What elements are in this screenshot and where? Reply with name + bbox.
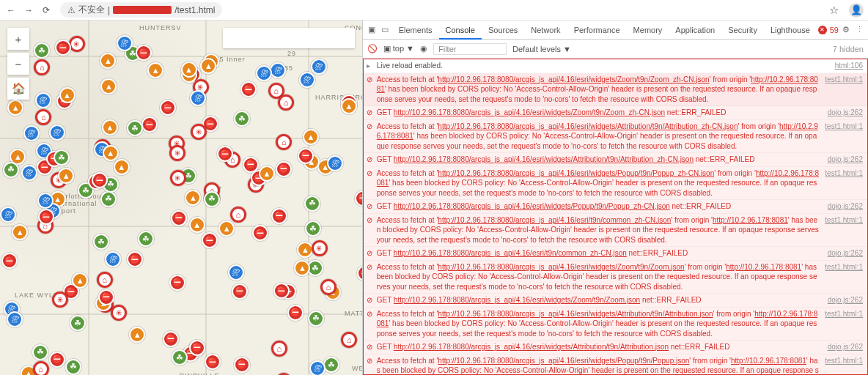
context-selector[interactable]: ▣ top ▼ (383, 44, 414, 53)
map-marker[interactable]: ☘ (308, 311, 324, 327)
tab-elements[interactable]: Elements (392, 22, 439, 38)
reload-button[interactable]: ⟳ (40, 4, 53, 17)
map-marker[interactable]: ⛔ (163, 331, 179, 347)
map-marker[interactable]: ⛯ (170, 170, 186, 186)
map-marker[interactable]: ⛔ (276, 161, 292, 177)
map-marker[interactable]: ☘ (138, 231, 154, 247)
map-marker[interactable]: ⛈ (270, 62, 286, 78)
log-source-link[interactable]: dojo.js:262 (828, 201, 863, 212)
log-source-link[interactable]: dojo.js:262 (828, 108, 863, 118)
map-marker[interactable]: ⛔ (189, 340, 205, 356)
map-marker[interactable]: ▲ (189, 217, 205, 233)
map-marker[interactable]: ⛔ (234, 357, 250, 373)
log-levels-selector[interactable]: Default levels ▼ (512, 45, 571, 53)
map-marker[interactable]: ▲ (7, 100, 23, 116)
error-count-badge[interactable]: ✕59 (818, 26, 839, 34)
console-log-entry[interactable]: Access to fetch at 'http://10.2.96.178:8… (364, 214, 867, 248)
inspect-icon[interactable]: ▣ (366, 24, 378, 36)
log-source-link[interactable]: test1.html:1 (825, 262, 863, 292)
clear-console-icon[interactable]: 🚫 (367, 44, 378, 53)
map-marker[interactable]: ▲ (303, 129, 319, 145)
map-marker[interactable]: ⛔ (287, 305, 304, 321)
map-marker[interactable]: ☘ (100, 191, 117, 207)
bookmark-icon[interactable]: ☆ (829, 4, 839, 17)
map-search-input[interactable] (223, 28, 355, 48)
more-icon[interactable]: ⋮ (853, 24, 865, 36)
forward-button[interactable]: → (22, 4, 35, 17)
profile-avatar-icon[interactable]: 👤 (849, 3, 864, 18)
live-expression-icon[interactable]: ◉ (420, 44, 427, 53)
map-marker[interactable]: ⌂ (278, 94, 294, 111)
map-marker[interactable]: ☘ (54, 149, 70, 166)
map-marker[interactable]: ⛯ (191, 124, 207, 140)
map-marker[interactable]: ⛯ (69, 36, 85, 52)
map-marker[interactable]: ⛯ (312, 240, 328, 256)
log-source-link[interactable]: test1.html:1 (825, 168, 863, 198)
map-marker[interactable]: ⌂ (320, 279, 336, 295)
map-marker[interactable]: ⌂ (276, 134, 292, 150)
map-marker[interactable]: ⛈ (299, 72, 315, 88)
settings-icon[interactable]: ⚙ (840, 24, 852, 36)
map-marker[interactable]: ⛈ (228, 264, 244, 281)
map-marker[interactable]: ▲ (59, 87, 76, 103)
console-log-entry[interactable]: Access to fetch at 'http://10.2.96.178:8… (364, 167, 867, 201)
map-marker[interactable]: ⛔ (169, 275, 185, 291)
log-source-link[interactable]: dojo.js:262 (828, 155, 863, 165)
map-marker[interactable]: ⛔ (271, 208, 287, 224)
filter-input[interactable]: Filter (433, 43, 507, 55)
map-marker[interactable]: ☘ (32, 344, 48, 360)
map-marker[interactable]: ⛔ (217, 146, 233, 162)
map-marker[interactable]: ⛈ (21, 165, 37, 181)
console-log-entry[interactable]: Access to fetch at 'http://10.2.96.178:8… (364, 120, 867, 154)
map-marker[interactable]: ⌂ (271, 341, 287, 357)
console-log-entry[interactable]: GET http://10.2.96.178:8080/arcgis_js_ap… (364, 341, 867, 354)
console-log-entry[interactable]: Access to fetch at 'http://10.2.96.178:8… (364, 261, 867, 294)
map-marker[interactable]: ⌂ (33, 361, 49, 375)
map-marker[interactable]: ▲ (12, 224, 28, 240)
tab-security[interactable]: Security (721, 22, 764, 38)
console-log-entry[interactable]: Access to fetch at 'http://10.2.96.178:8… (364, 73, 867, 107)
tab-lighthouse[interactable]: Lighthouse (764, 22, 817, 38)
tab-network[interactable]: Network (524, 22, 567, 38)
map-marker[interactable]: ☘ (323, 357, 339, 373)
map-marker[interactable]: ⛈ (0, 207, 16, 223)
map-marker[interactable]: ⛯ (52, 292, 68, 308)
map-marker[interactable]: ⛔ (160, 100, 176, 116)
console-log-entry[interactable]: GET http://10.2.96.178:8080/arcgis_js_ap… (364, 247, 867, 261)
tab-sources[interactable]: Sources (482, 22, 524, 38)
map-marker[interactable]: ⛔ (171, 210, 187, 226)
tab-console[interactable]: Console (439, 22, 482, 40)
map-marker[interactable]: ⛈ (49, 125, 65, 141)
map-marker[interactable]: ⛔ (202, 232, 218, 248)
map-marker[interactable]: ⛈ (309, 360, 326, 375)
log-source-link[interactable]: test1.html:1 (825, 75, 863, 105)
map-marker[interactable]: ⛔ (298, 148, 314, 164)
console-log-entry[interactable]: GET http://10.2.96.178:8080/arcgis_js_ap… (364, 106, 867, 120)
console-log-entry[interactable]: GET http://10.2.96.178:8080/arcgis_js_ap… (364, 200, 867, 214)
map-marker[interactable]: ⛈ (35, 92, 51, 108)
map-marker[interactable]: ⛔ (55, 40, 71, 56)
map-marker[interactable]: ▲ (129, 327, 145, 343)
map-marker[interactable]: ☘ (3, 162, 19, 178)
zoom-out-button[interactable]: − (7, 53, 29, 75)
map-marker[interactable]: ☘ (172, 349, 188, 365)
map-marker[interactable]: ⛔ (243, 157, 259, 173)
map-marker[interactable]: ⛔ (49, 352, 65, 368)
map-marker[interactable]: ▲ (72, 272, 88, 289)
hidden-count[interactable]: 7 hidden (833, 45, 864, 53)
map-marker[interactable]: ▲ (100, 78, 117, 94)
map-marker[interactable]: ▲ (114, 159, 130, 175)
console-log-list[interactable]: Live reload enabled.html:106Access to fe… (363, 59, 868, 375)
log-source-link[interactable]: dojo.js:262 (828, 248, 863, 259)
map-marker[interactable]: ☘ (65, 359, 81, 375)
log-source-link[interactable]: dojo.js:262 (828, 342, 863, 352)
map-marker[interactable]: ⛔ (232, 283, 248, 300)
map-marker[interactable]: ⛈ (327, 155, 343, 171)
map-marker[interactable]: ▲ (259, 166, 275, 182)
console-log-entry[interactable]: Access to fetch at 'http://10.2.96.178:8… (364, 308, 867, 341)
console-log-entry[interactable]: GET http://10.2.96.178:8080/arcgis_js_ap… (364, 153, 867, 167)
console-log-entry[interactable]: Access to fetch at 'http://10.2.96.178:8… (364, 354, 867, 376)
address-bar[interactable]: ⚠ 不安全 | xxxx /test1.html (60, 2, 222, 18)
log-source-link[interactable]: test1.html:1 (825, 356, 863, 376)
log-source-link[interactable]: test1.html:1 (825, 215, 863, 245)
